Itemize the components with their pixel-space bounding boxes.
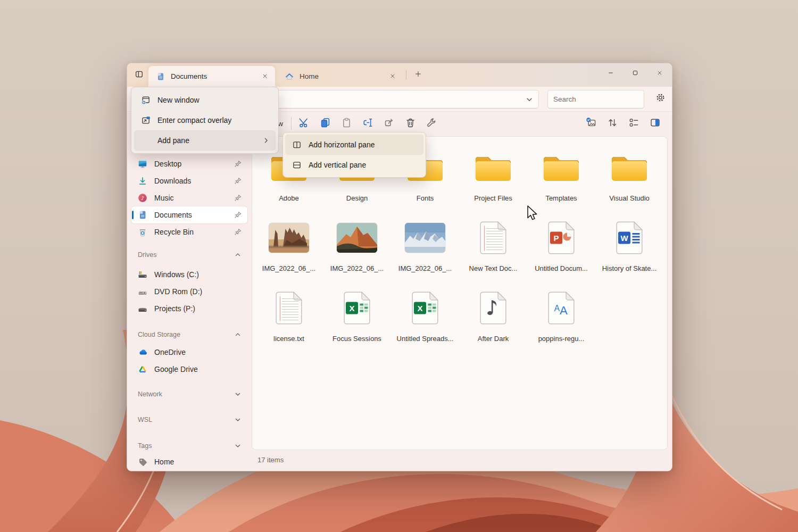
pin-icon[interactable] bbox=[234, 211, 242, 219]
sidebar-item-label: OneDrive bbox=[154, 348, 186, 356]
file-item-img-2022-06[interactable]: IMG_2022_06_... bbox=[255, 215, 323, 275]
close-tab-button[interactable] bbox=[387, 71, 398, 82]
minimize-button[interactable] bbox=[598, 63, 623, 84]
item-count: 17 items bbox=[257, 456, 284, 464]
file-item-focus-sessions[interactable]: XFocus Sessions bbox=[323, 286, 391, 345]
folder-icon bbox=[609, 152, 650, 183]
search-box[interactable] bbox=[547, 90, 644, 109]
file-label: license.txt bbox=[273, 335, 304, 343]
sidebar-section-wsl[interactable]: WSL bbox=[131, 413, 247, 426]
search-input[interactable] bbox=[548, 95, 653, 103]
rename-button[interactable] bbox=[358, 114, 377, 133]
delete-button[interactable] bbox=[401, 114, 420, 133]
compact-overlay-icon bbox=[141, 115, 151, 125]
file-item-untitled-docum[interactable]: PUntitled Docum... bbox=[527, 215, 595, 275]
new-tab-button[interactable] bbox=[411, 68, 425, 82]
submenu-item-add-vertical-pane[interactable]: Add vertical pane bbox=[285, 155, 423, 175]
file-item-poppins-regu[interactable]: AApoppins-regu... bbox=[527, 286, 595, 345]
documents-icon bbox=[138, 210, 147, 220]
layout-button[interactable] bbox=[624, 114, 643, 133]
sort-button[interactable] bbox=[603, 114, 622, 133]
chevron-down-icon[interactable] bbox=[234, 442, 242, 450]
files-app-window: DocumentsHome New bbox=[127, 63, 672, 471]
preview-pane-button[interactable] bbox=[645, 114, 664, 133]
chevron-up-icon[interactable] bbox=[234, 330, 242, 339]
sidebar-item-onedrive[interactable]: OneDrive bbox=[131, 344, 247, 361]
sidebar-item-documents[interactable]: Documents bbox=[131, 206, 247, 223]
section-header-label: Cloud Storage bbox=[138, 331, 180, 338]
chevron-down-icon[interactable] bbox=[525, 95, 534, 104]
maximize-button[interactable] bbox=[623, 63, 647, 84]
close-window-button[interactable] bbox=[647, 63, 672, 84]
menu-item-new-window[interactable]: New window bbox=[134, 90, 276, 110]
copy-button[interactable] bbox=[315, 114, 335, 133]
sidebar-item-projects-p[interactable]: Projects (P:) bbox=[131, 300, 247, 317]
submenu-item-label: Add horizontal pane bbox=[309, 140, 375, 149]
file-item-img-2022-06[interactable]: IMG_2022_06_... bbox=[323, 215, 391, 275]
file-label: poppins-regu... bbox=[538, 335, 585, 343]
sidebar-item-google-drive[interactable]: Google Drive bbox=[131, 361, 247, 378]
sidebar-section-drives[interactable]: Drives bbox=[131, 248, 247, 261]
file-item-new-text-doc[interactable]: New Text Doc... bbox=[459, 215, 527, 275]
sidebar-item-home[interactable]: Home bbox=[131, 453, 247, 470]
sidebar: DesktopDownloads♪MusicDocumentsRecycle B… bbox=[127, 148, 252, 470]
svg-text:X: X bbox=[349, 304, 354, 313]
menu-item-enter-compact-overlay[interactable]: Enter compact overlay bbox=[134, 110, 276, 130]
sidebar-item-recycle-bin[interactable]: Recycle Bin bbox=[131, 223, 247, 240]
sidebar-section-network[interactable]: Network bbox=[131, 388, 247, 401]
desktop: DocumentsHome New bbox=[0, 0, 798, 532]
chevron-down-icon[interactable] bbox=[234, 390, 242, 398]
file-label: Untitled Docum... bbox=[535, 264, 588, 272]
home-icon bbox=[285, 72, 294, 81]
tab-home[interactable]: Home bbox=[277, 66, 403, 87]
file-label: IMG_2022_06_... bbox=[398, 264, 452, 272]
titlebar: DocumentsHome bbox=[127, 63, 672, 87]
settings-button[interactable] bbox=[652, 90, 669, 107]
paste-button[interactable] bbox=[337, 114, 356, 133]
sidebar-section-cloud-storage[interactable]: Cloud Storage bbox=[131, 328, 247, 341]
sidebar-item-dvd-rom-d[interactable]: DVD Rom (D:) bbox=[131, 283, 247, 300]
share-button[interactable] bbox=[379, 114, 398, 133]
properties-button[interactable] bbox=[422, 114, 441, 133]
submenu-item-label: Add vertical pane bbox=[309, 161, 366, 169]
file-item-history-of-skate[interactable]: WHistory of Skate... bbox=[595, 215, 663, 275]
file-item-untitled-spreads[interactable]: XUntitled Spreads... bbox=[391, 286, 459, 345]
folder-item-visual-studio[interactable]: Visual Studio bbox=[595, 145, 663, 205]
chevron-right-icon bbox=[262, 136, 270, 145]
pin-icon[interactable] bbox=[234, 228, 242, 236]
sidebar-section-tags[interactable]: Tags bbox=[131, 439, 247, 452]
share-icon bbox=[384, 117, 395, 130]
pin-icon[interactable] bbox=[234, 177, 242, 185]
folder-item-project-files[interactable]: Project Files bbox=[459, 145, 527, 205]
sidebar-item-downloads[interactable]: Downloads bbox=[131, 172, 247, 189]
file-icon-box: X bbox=[343, 286, 371, 330]
submenu-item-add-horizontal-pane[interactable]: Add horizontal pane bbox=[285, 135, 423, 155]
tab-label: Home bbox=[300, 72, 319, 80]
file-item-img-2022-06[interactable]: IMG_2022_06_... bbox=[391, 215, 459, 275]
menu-item-icon-empty bbox=[141, 136, 151, 145]
close-tab-button[interactable] bbox=[259, 71, 271, 82]
view-options-button[interactable] bbox=[581, 114, 601, 133]
file-item-after-dark[interactable]: After Dark bbox=[459, 286, 527, 345]
pin-icon[interactable] bbox=[234, 194, 242, 202]
file-icon-box: P bbox=[547, 215, 575, 260]
folder-item-templates[interactable]: Templates bbox=[527, 145, 595, 205]
chevron-down-icon[interactable] bbox=[234, 415, 242, 424]
minimize-icon bbox=[608, 69, 614, 78]
address-input[interactable] bbox=[259, 95, 525, 103]
chevron-up-icon[interactable] bbox=[234, 251, 242, 259]
address-bar[interactable] bbox=[258, 90, 539, 109]
menu-item-label: Add pane bbox=[157, 136, 189, 145]
tab-documents[interactable]: Documents bbox=[148, 66, 275, 87]
sidebar-item-label: DVD Rom (D:) bbox=[154, 287, 202, 296]
sidebar-item-desktop[interactable]: Desktop bbox=[131, 155, 247, 172]
menu-item-add-pane[interactable]: Add pane bbox=[134, 130, 276, 151]
pin-icon[interactable] bbox=[234, 160, 242, 168]
toggle-sidebar-button[interactable] bbox=[132, 69, 145, 81]
sidebar-item-music[interactable]: ♪Music bbox=[131, 189, 247, 206]
gear-icon bbox=[655, 93, 666, 105]
excel-icon: X bbox=[343, 291, 371, 325]
cut-button[interactable] bbox=[294, 114, 313, 133]
sidebar-item-windows-c[interactable]: Windows (C:) bbox=[131, 266, 247, 283]
file-item-license-txt[interactable]: license.txt bbox=[255, 286, 323, 345]
